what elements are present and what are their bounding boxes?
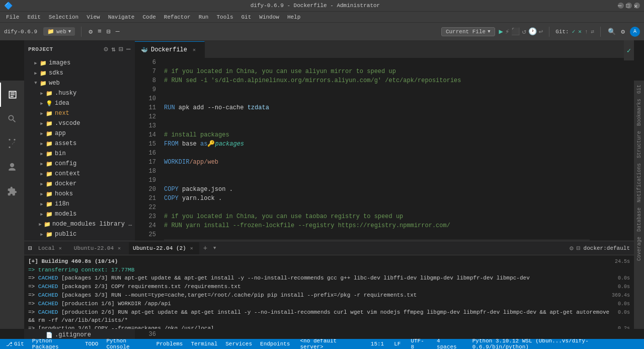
- tree-item-assets[interactable]: ▶📁assets: [24, 138, 135, 149]
- term-tab-ubuntu1-close[interactable]: ✕: [116, 245, 123, 252]
- history-icon[interactable]: 🕐: [528, 27, 537, 36]
- code-line: # RUN yarn install --frozen-lockfile --r…: [164, 221, 590, 230]
- close-button[interactable]: ✕: [634, 3, 640, 9]
- tree-item-public[interactable]: ▶📁public: [24, 229, 135, 239]
- status-lf[interactable]: LF: [392, 341, 403, 347]
- sidebar-settings-icon[interactable]: ⚙: [104, 45, 108, 53]
- term-docker-label: docker:default: [584, 245, 630, 251]
- project-selector[interactable]: 📁 web ▼: [43, 27, 75, 36]
- tree-item-config[interactable]: ▶📁config: [24, 159, 135, 169]
- terminal-area: ⊟ Local ✕ Ubuntu-22.04 ✕ Ubuntu-22.04 (2…: [24, 241, 634, 329]
- layout-icon[interactable]: ≡: [97, 27, 103, 36]
- status-no-server[interactable]: <no default server>: [298, 338, 362, 349]
- status-git-icon[interactable]: ⎇ Git: [4, 341, 26, 347]
- tree-file-icon: 📁: [45, 130, 53, 137]
- menu-run[interactable]: Run: [195, 13, 213, 21]
- menu-bar: File Edit Selection View Navigate Code R…: [0, 11, 644, 22]
- rab-structure[interactable]: Structure: [635, 129, 643, 160]
- menu-edit[interactable]: Edit: [23, 13, 44, 21]
- status-python[interactable]: Python 3.10.12 WSL (Ubun...vs/dify-0.6.9…: [470, 338, 640, 349]
- gear-icon[interactable]: ⚙: [620, 27, 626, 37]
- rab-coverage[interactable]: Coverage: [635, 235, 643, 263]
- status-problems[interactable]: Problems: [154, 341, 185, 347]
- status-services[interactable]: Services: [223, 341, 254, 347]
- status-encoding[interactable]: UTF-8: [409, 338, 429, 349]
- tab-close-icon[interactable]: ✕: [190, 46, 198, 54]
- term-split-icon[interactable]: ⊟: [577, 244, 581, 252]
- menu-code[interactable]: Code: [138, 13, 159, 21]
- term-tab-ubuntu2[interactable]: Ubuntu-22.04 (2) ✕: [129, 242, 199, 254]
- tree-item-images[interactable]: ▶📁images: [24, 58, 135, 68]
- tree-item--gitignore[interactable]: 📄.gitignore: [24, 330, 135, 339]
- window-controls[interactable]: ─ □ ✕: [618, 3, 640, 9]
- run-icon[interactable]: ▶: [499, 27, 503, 36]
- menu-selection[interactable]: Selection: [45, 13, 83, 21]
- tree-item-i18n[interactable]: ▶📁i18n: [24, 199, 135, 209]
- tree-item-bin[interactable]: ▶📁bin: [24, 149, 135, 159]
- term-tab-local[interactable]: Local ✕: [34, 242, 68, 254]
- menu-navigate[interactable]: Navigate: [104, 13, 139, 21]
- menu-window[interactable]: Window: [255, 13, 283, 21]
- current-file-button[interactable]: Current File ▼: [441, 27, 495, 36]
- tree-item-web[interactable]: ▼📁web: [24, 78, 135, 88]
- stop-icon[interactable]: ⬛: [511, 27, 520, 36]
- status-position[interactable]: 15:1: [369, 341, 386, 347]
- term-tab-local-close[interactable]: ✕: [57, 245, 64, 252]
- tree-file-icon: 📁: [45, 141, 53, 147]
- menu-view[interactable]: View: [83, 13, 104, 21]
- status-python-packages[interactable]: Python Packages: [30, 338, 79, 349]
- menu-git[interactable]: Git: [237, 13, 256, 21]
- status-endpoints[interactable]: Endpoints: [258, 341, 292, 347]
- menu-tools[interactable]: Tools: [212, 13, 237, 21]
- activity-bar-extensions[interactable]: [0, 179, 24, 203]
- tree-item-app[interactable]: ▶📁app: [24, 128, 135, 138]
- sidebar-title: Project: [28, 46, 53, 52]
- tab-dockerfile[interactable]: 🐳 Dockerfile ✕: [135, 41, 205, 58]
- term-chevron-icon[interactable]: ▼: [211, 246, 218, 251]
- rab-bookmarks[interactable]: Bookmarks: [635, 97, 643, 128]
- tree-item-models[interactable]: ▶📁models: [24, 209, 135, 219]
- term-add-icon[interactable]: +: [201, 244, 209, 252]
- activity-bar-search[interactable]: [0, 107, 24, 131]
- settings-icon[interactable]: ⚙: [88, 27, 94, 37]
- term-tab-ubuntu1[interactable]: Ubuntu-22.04 ✕: [70, 242, 127, 254]
- term-tab-ubuntu2-close[interactable]: ✕: [188, 245, 195, 252]
- tree-item-docker[interactable]: ▶📁docker: [24, 179, 135, 189]
- term-settings-icon[interactable]: ⚙: [570, 244, 574, 252]
- sidebar-sort-icon[interactable]: ⇅: [111, 45, 116, 53]
- menu-help[interactable]: Help: [283, 13, 304, 21]
- maximize-button[interactable]: □: [626, 3, 632, 9]
- tree-item-next[interactable]: ▶📁next: [24, 108, 135, 118]
- activity-bar-source-control[interactable]: [0, 131, 24, 155]
- rab-git[interactable]: Git: [635, 83, 643, 96]
- tree-item--vscode[interactable]: ▶📁.vscode: [24, 118, 135, 128]
- reload-icon[interactable]: ↺: [522, 27, 526, 36]
- undo-icon[interactable]: ↩: [539, 27, 543, 36]
- tree-item-hooks[interactable]: ▶📁hooks: [24, 189, 135, 199]
- user-avatar[interactable]: A: [630, 27, 640, 37]
- status-spaces[interactable]: 4 spaces: [435, 338, 464, 349]
- menu-file[interactable]: File: [2, 13, 23, 21]
- rab-notifications[interactable]: Notifications: [635, 161, 643, 204]
- menu-refactor[interactable]: Refactor: [160, 13, 195, 21]
- status-terminal[interactable]: Terminal: [189, 341, 219, 347]
- tree-item-context[interactable]: ▶📁context: [24, 169, 135, 179]
- collapse-icon[interactable]: —: [115, 27, 121, 36]
- tree-item--husky[interactable]: ▶📁.husky: [24, 88, 135, 98]
- tree-item-sdks[interactable]: ▶📁sdks: [24, 68, 135, 78]
- status-python-console[interactable]: Python Console: [104, 338, 150, 349]
- tree-file-icon: 📁: [39, 60, 47, 66]
- activity-bar-debug[interactable]: [0, 155, 24, 179]
- split-icon[interactable]: ⊟: [106, 27, 112, 37]
- tree-item-idea[interactable]: ▶💡idea: [24, 98, 135, 108]
- rab-database[interactable]: Database: [635, 205, 643, 234]
- search-icon[interactable]: 🔍: [607, 27, 617, 37]
- sidebar-minus-icon[interactable]: —: [126, 45, 131, 53]
- tree-item-node_modules--library-root[interactable]: ▶📁node_modules library root: [24, 219, 135, 229]
- minimize-button[interactable]: ─: [618, 3, 624, 9]
- encoding-label: UTF-8: [411, 338, 427, 349]
- sidebar-collapse-icon[interactable]: ⊟: [119, 45, 123, 53]
- status-todo[interactable]: TODO: [83, 341, 100, 347]
- activity-bar-explorer[interactable]: [0, 83, 24, 107]
- debug-icon[interactable]: ⚡: [505, 27, 509, 36]
